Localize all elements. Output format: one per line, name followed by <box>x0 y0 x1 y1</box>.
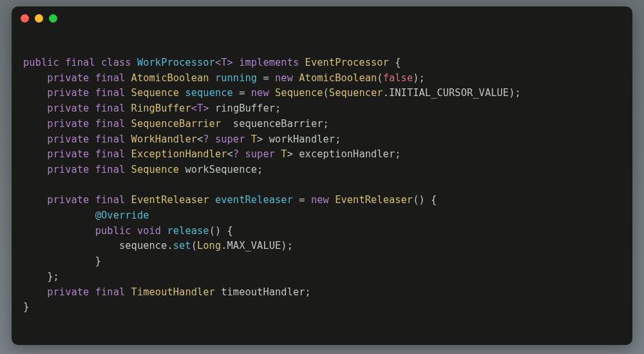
code-token: ); <box>509 87 521 99</box>
code-line: public final class WorkProcessor<T> impl… <box>23 55 621 71</box>
code-token: final <box>95 72 131 84</box>
code-token: Sequence <box>131 87 185 99</box>
code-token: Sequencer <box>329 87 383 99</box>
code-token: running <box>215 72 257 84</box>
code-token <box>23 286 47 298</box>
code-token: . <box>167 240 173 251</box>
code-token <box>209 103 215 114</box>
code-token: void <box>137 225 167 237</box>
code-token: release <box>167 225 209 237</box>
code-token: implements <box>239 57 305 68</box>
code-token: Sequence <box>275 87 323 99</box>
code-token: EventReleaser <box>335 194 413 206</box>
code-token: set <box>173 240 191 251</box>
code-token: ); <box>281 240 293 251</box>
code-token: final <box>95 103 131 114</box>
code-token: ( <box>323 87 329 99</box>
code-token: = <box>257 72 275 84</box>
code-token <box>23 148 47 160</box>
code-token: public <box>23 57 65 68</box>
code-token <box>233 57 239 68</box>
code-line: @Override <box>23 208 621 224</box>
code-token: ( <box>377 72 383 84</box>
code-token: sequenceBarrier <box>233 118 323 130</box>
code-token: <T> <box>215 57 233 68</box>
code-token: class <box>101 57 137 68</box>
code-token: ; <box>275 103 281 114</box>
window-zoom-button[interactable] <box>49 14 57 23</box>
code-token <box>23 210 95 221</box>
code-token: WorkHandler <box>131 133 197 145</box>
code-token: ? super <box>203 133 251 145</box>
code-token: T <box>251 133 257 145</box>
code-token: { <box>389 57 401 68</box>
code-token: Sequence <box>131 164 185 175</box>
code-token: } <box>23 301 29 313</box>
code-token <box>23 240 119 251</box>
code-token: }; <box>23 271 59 282</box>
code-token: exceptionHandler <box>299 148 395 160</box>
window-close-button[interactable] <box>21 14 29 23</box>
code-token <box>23 118 47 130</box>
code-token: . <box>221 240 227 251</box>
code-line: public void release() { <box>23 224 621 239</box>
code-token: private <box>47 72 95 84</box>
code-token: ; <box>257 164 263 175</box>
code-token: @Override <box>95 210 149 221</box>
code-token <box>23 225 95 237</box>
code-line: private final TimeoutHandler timeoutHand… <box>23 285 621 300</box>
code-token: private <box>47 164 95 175</box>
code-token: new <box>275 72 299 84</box>
code-token: ExceptionHandler <box>131 148 227 160</box>
code-token: workSequence <box>185 164 257 175</box>
code-token: WorkProcessor <box>137 57 215 68</box>
window-minimize-button[interactable] <box>35 14 43 23</box>
code-line: private final EventReleaser eventRelease… <box>23 193 621 208</box>
code-token: INITIAL_CURSOR_VALUE <box>389 87 509 99</box>
code-line: private final AtomicBoolean running = ne… <box>23 71 621 86</box>
code-token: new <box>251 87 275 99</box>
code-token: Long <box>197 240 221 251</box>
code-editor-window: public final class WorkProcessor<T> impl… <box>12 6 632 345</box>
code-line: private final SequenceBarrier sequenceBa… <box>23 117 621 132</box>
code-token: ); <box>413 72 425 84</box>
code-line: private final WorkHandler<? super T> wor… <box>23 132 621 148</box>
code-token: final <box>95 118 131 130</box>
code-token: private <box>47 194 95 206</box>
code-token: > <box>287 148 299 160</box>
code-token: sequence <box>119 240 167 251</box>
code-token <box>23 72 47 84</box>
code-token <box>23 194 47 206</box>
code-token: <T> <box>191 103 209 114</box>
code-line: private final RingBuffer<T> ringBuffer; <box>23 101 621 117</box>
code-token: private <box>47 286 95 298</box>
code-line: private final ExceptionHandler<? super T… <box>23 147 621 162</box>
code-token <box>23 164 47 175</box>
code-token: private <box>47 133 95 145</box>
code-token: final <box>95 133 131 145</box>
code-token: < <box>227 148 233 160</box>
code-token: = <box>233 87 251 99</box>
code-token: } <box>23 255 101 267</box>
code-token: eventReleaser <box>215 194 293 206</box>
code-line <box>23 178 621 193</box>
code-token: private <box>47 87 95 99</box>
code-token: . <box>383 87 389 99</box>
code-token: final <box>95 148 131 160</box>
code-token: ; <box>305 286 311 298</box>
code-token: SequenceBarrier <box>131 118 233 130</box>
code-line: private final Sequence workSequence; <box>23 162 621 178</box>
code-token: AtomicBoolean <box>299 72 377 84</box>
code-token: false <box>383 72 413 84</box>
code-token <box>23 87 47 99</box>
code-token: final <box>95 164 131 175</box>
code-token: private <box>47 103 95 114</box>
code-token: private <box>47 148 95 160</box>
code-token: ? super <box>233 148 281 160</box>
code-token: () { <box>209 225 233 237</box>
window-titlebar <box>12 6 632 30</box>
code-token: final <box>65 57 101 68</box>
code-token: = <box>293 194 311 206</box>
code-token: workHandler <box>269 133 335 145</box>
code-token: public <box>95 225 137 237</box>
